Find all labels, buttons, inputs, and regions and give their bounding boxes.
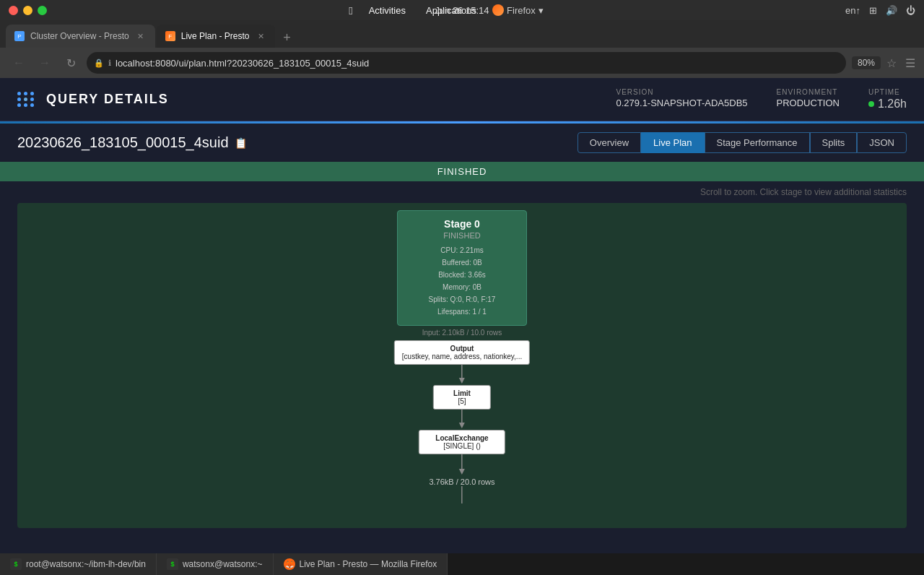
taskbar-firefox-icon: 🦊 [284,558,295,570]
stat-memory: Memory: 0B [408,281,516,293]
limit-node[interactable]: Limit [5] [433,385,491,410]
maximize-btn[interactable] [38,6,47,15]
language-indicator: en↑ [845,5,860,16]
terminal2-label: watsonx@watsonx:~ [183,559,263,569]
tab-label-liveplan: Live Plan - Presto [181,31,250,41]
tab-close-cluster[interactable]: ✕ [135,30,147,42]
localexchange-node[interactable]: LocalExchange [SINGLE] () [419,430,505,454]
tab-close-liveplan[interactable]: ✕ [255,30,266,42]
stat-splits: Splits: Q:0, R:0, F:17 [408,293,516,306]
tab-stageperf[interactable]: Stage Performance [705,132,810,153]
logo-grid [17,92,35,107]
close-btn[interactable] [9,6,18,15]
tab-liveplan[interactable]: F Live Plan - Presto ✕ [157,25,276,48]
query-id-bar: 20230626_183105_00015_4suid 📋 Overview L… [0,124,924,162]
stat-buffered: Buffered: 0B [408,256,516,269]
taskbar-firefox[interactable]: 🦊 Live Plan - Presto — Mozilla Firefox [274,553,448,575]
reload-button[interactable]: ↻ [61,53,81,73]
system-tray: en↑ ⊞ 🔊 ⏻ [845,5,915,16]
minimize-btn[interactable] [23,6,32,15]
connector-3 [458,454,466,476]
stage-status: FINISHED [408,231,516,240]
url-text: localhost:8080/ui/plan.html?20230626_183… [116,58,839,69]
query-id-text: 20230626_183105_00015_4suid [17,134,229,151]
uptime-status-dot [868,101,874,107]
plan-canvas[interactable]: Stage 0 FINISHED CPU: 2.21ms Buffered: 0… [17,203,907,528]
uptime-text: 1.26h [878,98,907,111]
svg-marker-5 [459,469,465,475]
lock-icon: 🔒 [94,59,104,68]
terminal1-label: root@watsonx:~/ibm-lh-dev/bin [26,559,146,569]
menu-firefox[interactable]: Firefox ▾ [492,4,544,16]
taskbar: $ root@watsonx:~/ibm-lh-dev/bin $ watson… [0,553,924,575]
forward-button[interactable]: → [35,53,55,73]
query-id: 20230626_183105_00015_4suid 📋 [17,134,247,151]
version-label: VERSION [616,88,747,96]
browser-menu-button[interactable]: ☰ [905,56,915,70]
environment-value: PRODUCTION [777,98,840,108]
stat-lifespans: Lifespans: 1 / 1 [408,306,516,318]
version-value: 0.279.1-SNAPSHOT-ADA5DB5 [616,98,747,108]
uptime-meta: UPTIME 1.26h [868,88,907,111]
volume-icon: 🔊 [886,5,897,16]
stage-0-box[interactable]: Stage 0 FINISHED CPU: 2.21ms Buffered: 0… [397,210,527,326]
browser-navbar: ← → ↻ 🔒 ℹ localhost:8080/ui/plan.html?20… [0,48,924,78]
tab-favicon-cluster: P [14,31,25,41]
flow-diagram: Output [custkey, name, address, nationke… [394,340,530,503]
address-bar[interactable]: 🔒 ℹ localhost:8080/ui/plan.html?20230626… [87,52,846,74]
macos-topbar:  Activities Applications Firefox ▾ Jun … [0,0,924,20]
copy-icon[interactable]: 📋 [235,137,247,149]
firefox-dropdown-arrow: ▾ [539,5,544,16]
apple-logo:  [349,4,352,17]
scroll-hint: Scroll to zoom. Click stage to view addi… [17,187,907,197]
localexchange-sublabel: [SINGLE] () [427,442,497,450]
query-header: QUERY DETAILS VERSION 0.279.1-SNAPSHOT-A… [0,78,924,121]
tab-liveplan-nav[interactable]: Live Plan [641,132,704,153]
svg-marker-3 [459,423,465,428]
environment-label: ENVIRONMENT [777,88,840,96]
query-meta: VERSION 0.279.1-SNAPSHOT-ADA5DB5 ENVIRON… [616,88,907,111]
output-node[interactable]: Output [custkey, name, address, nationke… [394,340,530,365]
localexchange-label: LocalExchange [427,434,497,442]
stat-cpu: CPU: 2.21ms [408,244,516,256]
connector-4 [458,486,466,503]
query-logo: QUERY DETAILS [17,92,169,107]
query-status-text: FINISHED [437,166,487,177]
bookmark-star[interactable]: ☆ [886,56,897,70]
connector-2 [458,410,466,430]
svg-marker-1 [459,378,465,384]
input-label: Input: 2.10kB / 10.0 rows [397,329,527,337]
stat-blocked: Blocked: 3.66s [408,269,516,281]
tab-splits[interactable]: Splits [810,132,858,153]
traffic-lights[interactable] [9,6,47,15]
stage-0-container[interactable]: Stage 0 FINISHED CPU: 2.21ms Buffered: 0… [397,210,527,337]
terminal2-icon: $ [167,558,178,570]
taskbar-terminal2[interactable]: $ watsonx@watsonx:~ [157,553,274,575]
app-content: QUERY DETAILS VERSION 0.279.1-SNAPSHOT-A… [0,78,924,553]
menu-activities[interactable]: Activities [365,4,410,17]
environment-meta: ENVIRONMENT PRODUCTION [777,88,840,111]
version-meta: VERSION 0.279.1-SNAPSHOT-ADA5DB5 [616,88,747,111]
output-label: Output [402,345,522,353]
new-tab-button[interactable]: + [276,27,297,48]
app-title: QUERY DETAILS [46,92,169,107]
plan-area: Scroll to zoom. Click stage to view addi… [0,181,924,528]
taskbar-terminal1[interactable]: $ root@watsonx:~/ibm-lh-dev/bin [0,553,157,575]
datetime: Jun 26 15:14 [435,5,489,16]
connector-1 [458,365,466,385]
limit-label: Limit [441,389,483,397]
browser-tab-bar: P Cluster Overview - Presto ✕ F Live Pla… [0,20,924,48]
network-icon: ⊞ [869,5,877,16]
stage-title: Stage 0 [408,218,516,230]
back-button[interactable]: ← [9,53,29,73]
page-tabs: Overview Live Plan Stage Performance Spl… [578,132,907,153]
tab-json[interactable]: JSON [857,132,907,153]
uptime-label: UPTIME [868,88,907,96]
tab-label-cluster: Cluster Overview - Presto [30,31,129,41]
output-sublabel: [custkey, name, address, nationkey,... [402,353,522,360]
tab-cluster-overview[interactable]: P Cluster Overview - Presto ✕ [6,25,155,48]
limit-sublabel: [5] [441,397,483,405]
stage-stats: CPU: 2.21ms Buffered: 0B Blocked: 3.66s … [408,244,516,318]
tab-overview[interactable]: Overview [578,132,641,153]
tab-favicon-firefox: F [165,31,175,41]
